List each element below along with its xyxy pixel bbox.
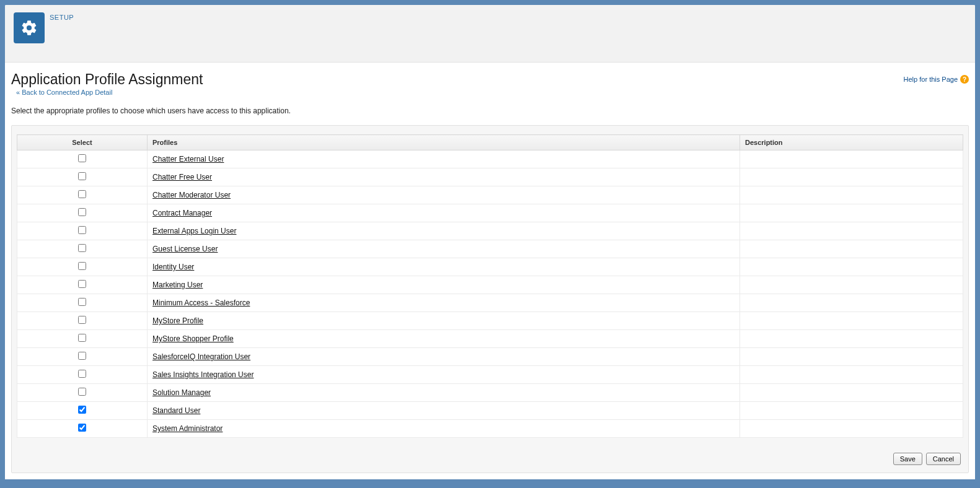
profile-checkbox[interactable] <box>78 244 86 252</box>
table-row: SalesforceIQ Integration User <box>17 348 963 366</box>
profile-cell: Identity User <box>148 258 740 276</box>
setup-header: SETUP <box>5 5 975 63</box>
profile-link[interactable]: Minimum Access - Salesforce <box>152 298 250 307</box>
description-cell <box>740 168 963 186</box>
back-link[interactable]: « Back to Connected App Detail <box>16 89 112 96</box>
profile-checkbox[interactable] <box>78 334 86 342</box>
select-cell <box>17 168 148 186</box>
select-cell <box>17 276 148 294</box>
profile-link[interactable]: External Apps Login User <box>152 227 236 235</box>
profile-cell: Minimum Access - Salesforce <box>148 294 740 312</box>
description-cell <box>740 276 963 294</box>
table-row: Chatter Free User <box>17 168 963 186</box>
profile-cell: Guest License User <box>148 240 740 258</box>
description-cell <box>740 402 963 420</box>
profile-cell: Marketing User <box>148 276 740 294</box>
select-cell <box>17 330 148 348</box>
select-cell <box>17 150 148 168</box>
description-cell <box>740 240 963 258</box>
table-row: Marketing User <box>17 276 963 294</box>
profile-checkbox[interactable] <box>78 424 86 432</box>
profile-link[interactable]: Identity User <box>152 263 194 271</box>
save-button[interactable]: Save <box>893 453 922 465</box>
profile-cell: Contract Manager <box>148 204 740 222</box>
profile-cell: MyStore Profile <box>148 312 740 330</box>
profile-checkbox[interactable] <box>78 172 86 180</box>
col-select-header: Select <box>17 135 148 150</box>
profile-cell: Solution Manager <box>148 384 740 402</box>
profile-cell: External Apps Login User <box>148 222 740 240</box>
description-cell <box>740 186 963 204</box>
description-cell <box>740 312 963 330</box>
description-cell <box>740 348 963 366</box>
col-description-header: Description <box>740 135 963 150</box>
profile-checkbox[interactable] <box>78 370 86 378</box>
profiles-panel: Select Profiles Description Chatter Exte… <box>11 125 969 473</box>
profile-link[interactable]: Sales Insights Integration User <box>152 370 254 379</box>
profile-link[interactable]: Chatter Moderator User <box>152 191 231 199</box>
page-title: Application Profile Assignment <box>11 71 203 88</box>
profiles-table: Select Profiles Description Chatter Exte… <box>17 134 963 438</box>
profile-link[interactable]: Chatter Free User <box>152 173 212 181</box>
help-icon: ? <box>960 75 969 84</box>
profile-link[interactable]: Chatter External User <box>152 155 224 163</box>
setup-label: SETUP <box>50 14 74 21</box>
profile-link[interactable]: System Administrator <box>152 424 223 433</box>
description-cell <box>740 366 963 384</box>
profile-checkbox[interactable] <box>78 316 86 324</box>
profile-checkbox[interactable] <box>78 352 86 360</box>
description-cell <box>740 204 963 222</box>
select-cell <box>17 258 148 276</box>
profile-checkbox[interactable] <box>78 298 86 306</box>
table-row: Minimum Access - Salesforce <box>17 294 963 312</box>
select-cell <box>17 240 148 258</box>
table-row: Chatter Moderator User <box>17 186 963 204</box>
select-cell <box>17 204 148 222</box>
content-area: Application Profile Assignment « Back to… <box>5 63 975 479</box>
select-cell <box>17 294 148 312</box>
profile-checkbox[interactable] <box>78 154 86 162</box>
profile-cell: Sales Insights Integration User <box>148 366 740 384</box>
table-row: MyStore Shopper Profile <box>17 330 963 348</box>
table-row: Sales Insights Integration User <box>17 366 963 384</box>
profile-link[interactable]: Marketing User <box>152 281 203 289</box>
description-cell <box>740 330 963 348</box>
profile-checkbox[interactable] <box>78 388 86 396</box>
profile-link[interactable]: Solution Manager <box>152 388 211 397</box>
profile-cell: Standard User <box>148 402 740 420</box>
profile-cell: Chatter Free User <box>148 168 740 186</box>
cancel-button[interactable]: Cancel <box>926 453 961 465</box>
profile-checkbox[interactable] <box>78 208 86 216</box>
help-link-label: Help for this Page <box>904 76 958 83</box>
table-row: Solution Manager <box>17 384 963 402</box>
profile-link[interactable]: SalesforceIQ Integration User <box>152 352 250 361</box>
profile-link[interactable]: MyStore Profile <box>152 316 203 325</box>
description-cell <box>740 420 963 438</box>
profile-link[interactable]: MyStore Shopper Profile <box>152 334 234 343</box>
select-cell <box>17 348 148 366</box>
profile-checkbox[interactable] <box>78 406 86 414</box>
select-cell <box>17 186 148 204</box>
description-cell <box>740 150 963 168</box>
table-row: Standard User <box>17 402 963 420</box>
page-topline: Application Profile Assignment « Back to… <box>11 71 969 97</box>
profile-link[interactable]: Guest License User <box>152 245 218 253</box>
select-cell <box>17 420 148 438</box>
description-cell <box>740 294 963 312</box>
setup-gear-icon <box>14 12 45 43</box>
profile-link[interactable]: Contract Manager <box>152 209 212 217</box>
description-cell <box>740 222 963 240</box>
profile-link[interactable]: Standard User <box>152 406 200 415</box>
table-row: MyStore Profile <box>17 312 963 330</box>
col-profiles-header: Profiles <box>148 135 740 150</box>
button-row: Save Cancel <box>17 453 963 465</box>
table-row: Contract Manager <box>17 204 963 222</box>
profile-cell: Chatter External User <box>148 150 740 168</box>
select-cell <box>17 402 148 420</box>
profile-checkbox[interactable] <box>78 262 86 270</box>
profile-checkbox[interactable] <box>78 280 86 288</box>
table-row: Guest License User <box>17 240 963 258</box>
profile-checkbox[interactable] <box>78 190 86 198</box>
profile-checkbox[interactable] <box>78 226 86 234</box>
help-link[interactable]: Help for this Page ? <box>904 75 969 84</box>
